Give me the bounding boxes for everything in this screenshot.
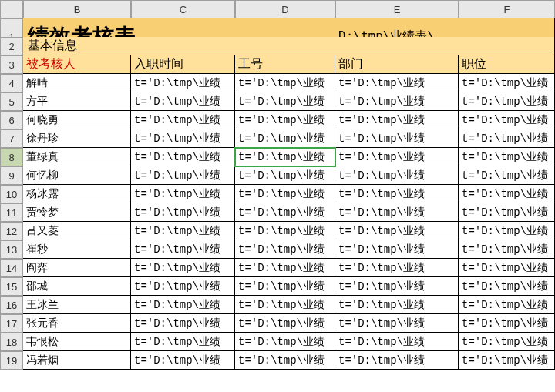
corner-cell[interactable]: [0, 0, 23, 18]
cell-d[interactable]: t='D:\tmp\业绩: [235, 166, 335, 185]
cell-e[interactable]: t='D:\tmp\业绩: [335, 222, 459, 240]
cell-e[interactable]: t='D:\tmp\业绩: [335, 240, 459, 259]
row-header-13[interactable]: 13: [0, 240, 23, 259]
cell-c[interactable]: t='D:\tmp\业绩: [131, 222, 235, 240]
row-header-17[interactable]: 17: [0, 314, 23, 333]
name-cell[interactable]: 邵城: [23, 277, 131, 296]
cell-c[interactable]: t='D:\tmp\业绩: [131, 111, 235, 129]
cell-f[interactable]: t='D:\tmp\业绩: [459, 92, 555, 111]
row-header-12[interactable]: 12: [0, 222, 23, 240]
name-cell[interactable]: 何晓勇: [23, 111, 131, 129]
cell-d[interactable]: t='D:\tmp\业绩: [235, 203, 335, 222]
row-header-7[interactable]: 7: [0, 129, 23, 148]
cell-d[interactable]: t='D:\tmp\业绩: [235, 296, 335, 314]
cell-d[interactable]: t='D:\tmp\业绩: [235, 351, 335, 370]
cell-c[interactable]: t='D:\tmp\业绩: [131, 148, 235, 166]
cell-f[interactable]: t='D:\tmp\业绩: [459, 148, 555, 166]
cell-e[interactable]: t='D:\tmp\业绩: [335, 296, 459, 314]
cell-e[interactable]: t='D:\tmp\业绩: [335, 314, 459, 333]
cell-c[interactable]: t='D:\tmp\业绩: [131, 333, 235, 351]
cell-f[interactable]: t='D:\tmp\业绩: [459, 203, 555, 222]
cell-d[interactable]: t='D:\tmp\业绩: [235, 185, 335, 203]
col-header-F[interactable]: F: [459, 0, 555, 18]
cell-e[interactable]: t='D:\tmp\业绩: [335, 277, 459, 296]
cell-e[interactable]: t='D:\tmp\业绩: [335, 333, 459, 351]
cell-c[interactable]: t='D:\tmp\业绩: [131, 92, 235, 111]
cell-e[interactable]: t='D:\tmp\业绩: [335, 185, 459, 203]
name-cell[interactable]: 冯若烟: [23, 351, 131, 370]
cell-d[interactable]: t='D:\tmp\业绩: [235, 129, 335, 148]
col-header-D[interactable]: D: [235, 0, 335, 18]
cell-c[interactable]: t='D:\tmp\业绩: [131, 277, 235, 296]
cell-c[interactable]: t='D:\tmp\业绩: [131, 74, 235, 92]
row-header-3[interactable]: 3: [0, 55, 23, 74]
cell-c[interactable]: t='D:\tmp\业绩: [131, 296, 235, 314]
cell-f[interactable]: t='D:\tmp\业绩: [459, 296, 555, 314]
row-header-16[interactable]: 16: [0, 296, 23, 314]
name-cell[interactable]: 王冰兰: [23, 296, 131, 314]
cell-c[interactable]: t='D:\tmp\业绩: [131, 314, 235, 333]
row-header-8[interactable]: 8: [0, 148, 23, 166]
name-cell[interactable]: 解晴: [23, 74, 131, 92]
name-cell[interactable]: 贾怜梦: [23, 203, 131, 222]
cell-e[interactable]: t='D:\tmp\业绩: [335, 259, 459, 277]
cell-e[interactable]: t='D:\tmp\业绩: [335, 203, 459, 222]
row-header-5[interactable]: 5: [0, 92, 23, 111]
cell-d[interactable]: t='D:\tmp\业绩: [235, 240, 335, 259]
cell-d[interactable]: t='D:\tmp\业绩: [235, 74, 335, 92]
cell-e[interactable]: t='D:\tmp\业绩: [335, 74, 459, 92]
name-cell[interactable]: 徐丹珍: [23, 129, 131, 148]
name-cell[interactable]: 方平: [23, 92, 131, 111]
name-cell[interactable]: 崔秒: [23, 240, 131, 259]
cell-f[interactable]: t='D:\tmp\业绩: [459, 111, 555, 129]
row-header-6[interactable]: 6: [0, 111, 23, 129]
name-cell[interactable]: 何忆柳: [23, 166, 131, 185]
spreadsheet-grid[interactable]: BCDEF1绩效考核表D:\tmp\业绩表\2基本信息3被考核人入职时间工号部门…: [0, 0, 555, 370]
row-header-10[interactable]: 10: [0, 185, 23, 203]
cell-f[interactable]: t='D:\tmp\业绩: [459, 351, 555, 370]
cell-c[interactable]: t='D:\tmp\业绩: [131, 240, 235, 259]
cell-f[interactable]: t='D:\tmp\业绩: [459, 129, 555, 148]
name-cell[interactable]: 阎弈: [23, 259, 131, 277]
cell-c[interactable]: t='D:\tmp\业绩: [131, 166, 235, 185]
row-header-4[interactable]: 4: [0, 74, 23, 92]
cell-d[interactable]: t='D:\tmp\业绩: [235, 333, 335, 351]
col-header-E[interactable]: E: [335, 0, 459, 18]
col-header-C[interactable]: C: [131, 0, 235, 18]
cell-e[interactable]: t='D:\tmp\业绩: [335, 111, 459, 129]
cell-c[interactable]: t='D:\tmp\业绩: [131, 129, 235, 148]
cell-e[interactable]: t='D:\tmp\业绩: [335, 166, 459, 185]
cell-e[interactable]: t='D:\tmp\业绩: [335, 92, 459, 111]
cell-f[interactable]: t='D:\tmp\业绩: [459, 333, 555, 351]
cell-d[interactable]: t='D:\tmp\业绩: [235, 111, 335, 129]
name-cell[interactable]: 董绿真: [23, 148, 131, 166]
cell-d[interactable]: t='D:\tmp\业绩: [235, 277, 335, 296]
row-header-15[interactable]: 15: [0, 277, 23, 296]
name-cell[interactable]: 杨冰露: [23, 185, 131, 203]
row-header-2[interactable]: 2: [0, 37, 23, 55]
cell-f[interactable]: t='D:\tmp\业绩: [459, 222, 555, 240]
name-cell[interactable]: 吕又菱: [23, 222, 131, 240]
cell-d[interactable]: t='D:\tmp\业绩: [235, 314, 335, 333]
cell-d[interactable]: t='D:\tmp\业绩: [235, 92, 335, 111]
cell-f[interactable]: t='D:\tmp\业绩: [459, 74, 555, 92]
cell-d[interactable]: t='D:\tmp\业绩: [235, 259, 335, 277]
cell-e[interactable]: t='D:\tmp\业绩: [335, 129, 459, 148]
row-header-14[interactable]: 14: [0, 259, 23, 277]
cell-d[interactable]: t='D:\tmp\业绩: [235, 222, 335, 240]
cell-c[interactable]: t='D:\tmp\业绩: [131, 259, 235, 277]
cell-f[interactable]: t='D:\tmp\业绩: [459, 240, 555, 259]
row-header-18[interactable]: 18: [0, 333, 23, 351]
cell-f[interactable]: t='D:\tmp\业绩: [459, 166, 555, 185]
cell-c[interactable]: t='D:\tmp\业绩: [131, 185, 235, 203]
cell-f[interactable]: t='D:\tmp\业绩: [459, 185, 555, 203]
cell-c[interactable]: t='D:\tmp\业绩: [131, 203, 235, 222]
cell-c[interactable]: t='D:\tmp\业绩: [131, 351, 235, 370]
row-header-19[interactable]: 19: [0, 351, 23, 370]
cell-e[interactable]: t='D:\tmp\业绩: [335, 148, 459, 166]
row-header-9[interactable]: 9: [0, 166, 23, 185]
row-header-11[interactable]: 11: [0, 203, 23, 222]
cell-f[interactable]: t='D:\tmp\业绩: [459, 277, 555, 296]
cell-f[interactable]: t='D:\tmp\业绩: [459, 314, 555, 333]
name-cell[interactable]: 韦恨松: [23, 333, 131, 351]
